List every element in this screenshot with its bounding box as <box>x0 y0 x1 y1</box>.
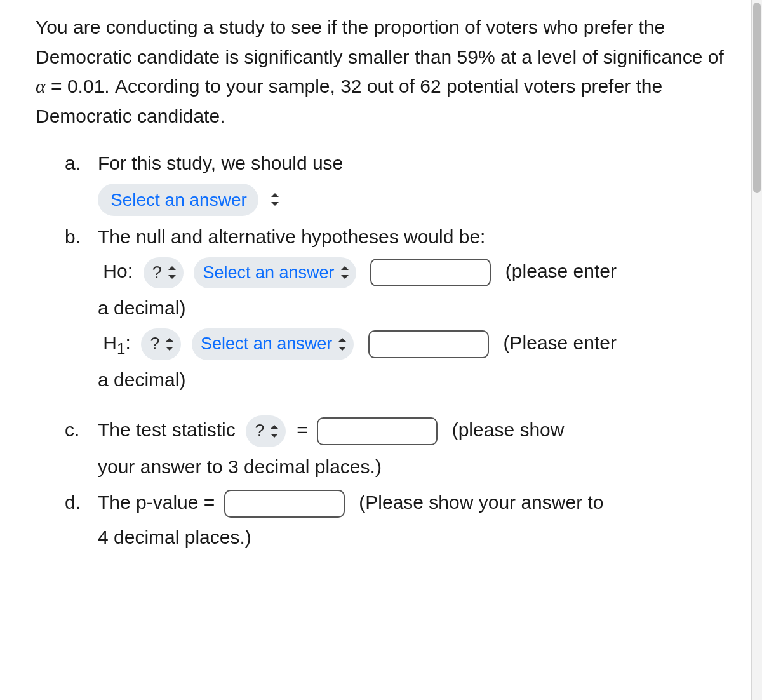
h1-parameter-select[interactable]: ? <box>141 328 181 360</box>
ho-parameter-select[interactable]: ? <box>144 257 184 289</box>
question-b-text: The null and alternative hypotheses woul… <box>98 226 485 247</box>
question-c: c. The test statistic ? = (please show y… <box>65 415 737 482</box>
question-c-text-pre: The test statistic <box>98 419 236 440</box>
question-d: d. The p-value = (Please show your answe… <box>65 488 737 553</box>
chevron-updown-icon[interactable] <box>270 193 279 206</box>
question-d-tail: 4 decimal places.) <box>98 523 737 553</box>
question-a: a. For this study, we should use Select … <box>65 149 737 216</box>
equals-sign: = <box>297 419 308 440</box>
scrollbar-thumb[interactable] <box>753 3 761 193</box>
chevron-updown-icon <box>269 425 278 438</box>
statistic-symbol-select[interactable]: ? <box>246 415 286 447</box>
p-value-input[interactable] <box>224 490 345 518</box>
problem-statement: You are conducting a study to see if the… <box>36 13 737 131</box>
list-marker: a. <box>65 149 81 178</box>
chevron-updown-icon <box>164 338 173 351</box>
h1-label: H1: <box>103 332 130 353</box>
h1-value-input[interactable] <box>368 330 489 358</box>
chevron-updown-icon <box>340 266 349 279</box>
h1-tail-text: a decimal) <box>98 365 737 395</box>
question-c-tail: your answer to 3 decimal places.) <box>98 452 737 482</box>
list-marker: b. <box>65 222 81 252</box>
list-marker: d. <box>65 488 81 518</box>
test-type-select[interactable]: Select an answer <box>98 184 258 216</box>
ho-label: Ho: <box>103 260 133 281</box>
test-statistic-input[interactable] <box>317 417 438 445</box>
list-marker: c. <box>65 415 79 445</box>
ho-operator-select[interactable]: Select an answer <box>194 257 356 289</box>
chevron-updown-icon <box>337 338 346 351</box>
chevron-updown-icon <box>167 266 176 279</box>
h1-operator-select[interactable]: Select an answer <box>192 328 354 360</box>
ho-value-input[interactable] <box>370 259 491 286</box>
question-a-text: For this study, we should use <box>98 152 343 173</box>
vertical-scrollbar[interactable] <box>751 0 762 700</box>
ho-tail-text: a decimal) <box>98 293 737 323</box>
question-d-text-pre: The p-value = <box>98 492 215 513</box>
question-b: b. The null and alternative hypotheses w… <box>65 222 737 409</box>
